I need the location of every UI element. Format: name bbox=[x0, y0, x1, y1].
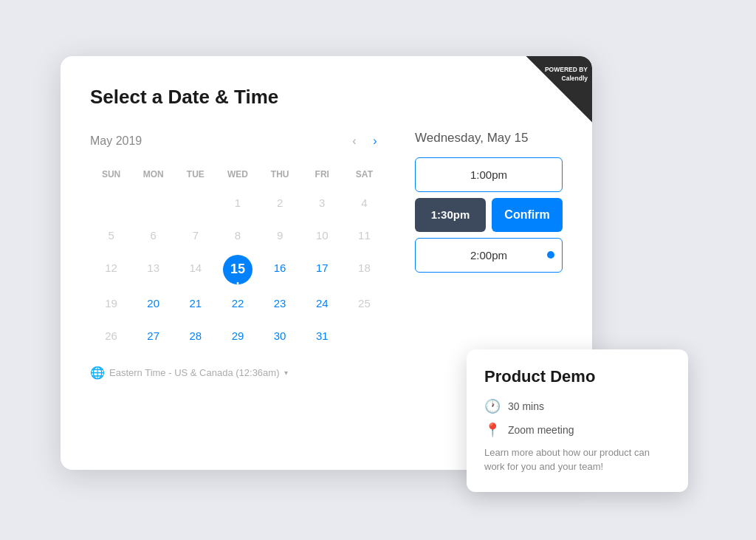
timezone-row[interactable]: 🌐 Eastern Time - US & Canada (12:36am) ▾ bbox=[90, 366, 385, 380]
dropdown-arrow-icon: ▾ bbox=[284, 369, 288, 377]
clock-icon: 🕐 bbox=[484, 398, 501, 414]
time-slot-2pm[interactable]: 2:00pm bbox=[415, 238, 563, 273]
prev-month-button[interactable]: ‹ bbox=[344, 131, 365, 151]
day-header-wed: WED bbox=[216, 166, 258, 182]
days-grid: 1 2 3 4 5 6 7 8 9 10 11 12 13 bbox=[90, 188, 385, 351]
demo-location-row: 📍 Zoom meeting bbox=[484, 422, 670, 438]
day-30[interactable]: 30 bbox=[267, 323, 293, 349]
timezone-label: Eastern Time - US & Canada (12:36am) bbox=[109, 367, 280, 378]
day-empty-end bbox=[351, 323, 377, 349]
day-24[interactable]: 24 bbox=[309, 290, 335, 317]
day-7[interactable]: 7 bbox=[182, 222, 209, 249]
day-26[interactable]: 26 bbox=[98, 323, 125, 349]
globe-icon: 🌐 bbox=[90, 366, 105, 380]
day-header-tue: TUE bbox=[174, 166, 216, 182]
day-14[interactable]: 14 bbox=[182, 255, 209, 281]
day-header-sun: SUN bbox=[90, 166, 132, 182]
day-6[interactable]: 6 bbox=[140, 222, 167, 249]
day-11[interactable]: 11 bbox=[351, 222, 377, 249]
location-icon: 📍 bbox=[484, 422, 501, 438]
page-title: Select a Date & Time bbox=[90, 86, 563, 109]
day-16[interactable]: 16 bbox=[267, 255, 293, 281]
day-21[interactable]: 21 bbox=[182, 290, 209, 317]
demo-description: Learn more about how our product can wor… bbox=[484, 445, 670, 474]
day-9[interactable]: 9 bbox=[267, 222, 293, 249]
selected-date-label: Wednesday, May 15 bbox=[415, 131, 563, 146]
day-header-mon: MON bbox=[132, 166, 174, 182]
day-27[interactable]: 27 bbox=[140, 323, 167, 349]
day-18[interactable]: 18 bbox=[351, 255, 377, 281]
day-5[interactable]: 5 bbox=[98, 222, 125, 249]
day-header-thu: THU bbox=[259, 166, 301, 182]
day-4[interactable]: 4 bbox=[351, 190, 377, 216]
day-empty bbox=[98, 190, 125, 216]
day-31[interactable]: 31 bbox=[309, 323, 335, 349]
demo-location: Zoom meeting bbox=[508, 424, 574, 436]
slot-dot-indicator bbox=[547, 251, 554, 259]
day-29[interactable]: 29 bbox=[224, 323, 251, 349]
time-slots: 1:00pm 1:30pm Confirm 2:00pm bbox=[415, 157, 563, 273]
badge-brand: Calendly bbox=[562, 75, 588, 82]
day-28[interactable]: 28 bbox=[182, 323, 209, 349]
time-section: Wednesday, May 15 1:00pm 1:30pm Confirm … bbox=[415, 131, 563, 380]
day-headers: SUN MON TUE WED THU FRI SAT bbox=[90, 166, 385, 182]
time-slot-130pm-selected[interactable]: 1:30pm bbox=[415, 198, 486, 232]
demo-duration: 30 mins bbox=[508, 400, 544, 412]
day-2[interactable]: 2 bbox=[267, 190, 293, 216]
day-15-selected[interactable]: 15 bbox=[223, 255, 252, 284]
day-3[interactable]: 3 bbox=[309, 190, 335, 216]
demo-duration-row: 🕐 30 mins bbox=[484, 398, 670, 414]
product-demo-card: Product Demo 🕐 30 mins 📍 Zoom meeting Le… bbox=[467, 349, 688, 492]
time-slot-row-130: 1:30pm Confirm bbox=[415, 198, 563, 232]
calendly-badge: POWERED BY Calendly bbox=[526, 56, 592, 123]
day-header-fri: FRI bbox=[301, 166, 343, 182]
demo-title: Product Demo bbox=[484, 367, 670, 386]
calendar-grid: SUN MON TUE WED THU FRI SAT 1 bbox=[90, 166, 385, 351]
day-header-sat: SAT bbox=[343, 166, 385, 182]
day-22[interactable]: 22 bbox=[224, 290, 251, 317]
month-nav: May 2019 ‹ › bbox=[90, 131, 385, 151]
confirm-button[interactable]: Confirm bbox=[492, 198, 563, 232]
day-10[interactable]: 10 bbox=[309, 222, 335, 249]
day-8[interactable]: 8 bbox=[224, 222, 251, 249]
day-19[interactable]: 19 bbox=[98, 290, 125, 317]
day-25[interactable]: 25 bbox=[351, 290, 377, 317]
day-empty bbox=[182, 190, 209, 216]
day-13[interactable]: 13 bbox=[140, 255, 167, 281]
calendar-section: May 2019 ‹ › SUN MON TUE WED THU FRI SAT bbox=[90, 131, 385, 380]
day-17[interactable]: 17 bbox=[309, 255, 335, 281]
next-month-button[interactable]: › bbox=[365, 131, 385, 151]
day-1[interactable]: 1 bbox=[224, 190, 251, 216]
day-empty bbox=[140, 190, 167, 216]
day-20[interactable]: 20 bbox=[140, 290, 167, 317]
month-label: May 2019 bbox=[90, 134, 344, 148]
day-12[interactable]: 12 bbox=[98, 255, 125, 281]
badge-powered-by: POWERED BY bbox=[545, 66, 588, 73]
day-23[interactable]: 23 bbox=[267, 290, 293, 317]
time-slot-1pm[interactable]: 1:00pm bbox=[415, 157, 563, 192]
